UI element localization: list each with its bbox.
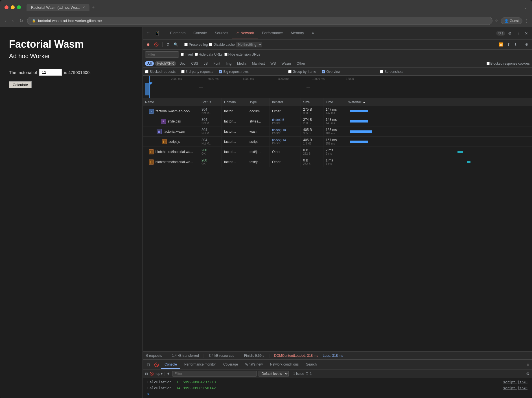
big-rows-checkbox[interactable]: Big request rows — [219, 70, 248, 74]
blocked-cookies-input[interactable] — [487, 62, 490, 65]
blocked-cookies-checkbox[interactable]: Blocked response cookies — [487, 62, 530, 65]
factorial-input[interactable] — [39, 69, 62, 76]
type-css[interactable]: CSS — [189, 61, 200, 66]
console-level-select[interactable]: Default levels — [259, 371, 289, 377]
network-settings-icon[interactable]: ⚙ — [524, 42, 530, 47]
console-tab-network[interactable]: Network conditions — [267, 361, 302, 369]
type-js[interactable]: JS — [202, 61, 210, 66]
invert-checkbox[interactable]: Invert — [181, 53, 193, 56]
big-rows-input[interactable] — [219, 70, 222, 73]
th-type[interactable]: Type — [247, 98, 270, 106]
clear-button[interactable]: 🚫 — [153, 42, 160, 47]
search-icon[interactable]: 🔍 — [172, 42, 179, 47]
console-block-icon[interactable]: 🚫 — [150, 372, 154, 376]
record-button[interactable]: ⏺ — [145, 42, 152, 47]
chevron-down-icon[interactable]: ⌄ — [524, 5, 527, 10]
hide-data-checkbox[interactable]: Hide data URLs — [195, 53, 223, 56]
type-all[interactable]: All — [145, 61, 154, 66]
blocked-requests-checkbox[interactable]: Blocked requests — [145, 70, 176, 74]
third-party-checkbox[interactable]: 3rd-party requests — [181, 70, 213, 74]
console-filter-input[interactable] — [172, 371, 257, 377]
tab-more[interactable]: » — [308, 28, 318, 38]
console-tab-search[interactable]: Search — [303, 361, 320, 369]
filter-icon[interactable]: ⚗ — [165, 42, 171, 47]
console-close-icon[interactable]: ✕ — [526, 362, 530, 367]
table-row[interactable]: ▦ factorial.wasm 304 Not M... factori...… — [143, 126, 532, 137]
screenshots-checkbox[interactable]: Screenshots — [380, 70, 403, 74]
inspect-element-icon[interactable]: ⬚ — [145, 30, 152, 37]
th-initiator[interactable]: Initiator — [270, 98, 301, 106]
calculate-button[interactable]: Calculate — [9, 81, 32, 88]
throttle-select[interactable]: No throttling — [236, 42, 262, 47]
console-sidebar-icon[interactable]: ⊟ — [145, 361, 152, 368]
guest-button[interactable]: 👤 Guest — [501, 18, 522, 24]
back-button[interactable]: ‹ — [3, 17, 8, 25]
tab-network[interactable]: ⚠ Network — [232, 28, 258, 38]
minimize-button[interactable] — [11, 5, 15, 9]
device-toolbar-icon[interactable]: 📱 — [153, 30, 161, 37]
table-row[interactable]: ⧇ style.css 304 Not M... factori... styl… — [143, 116, 532, 126]
console-sidebar-toggle-icon[interactable]: ⊟ — [145, 372, 148, 376]
disable-cache-input[interactable] — [209, 43, 212, 46]
type-img[interactable]: Img — [224, 61, 234, 66]
type-ws[interactable]: WS — [268, 61, 278, 66]
type-doc[interactable]: Doc — [177, 61, 188, 66]
url-bar[interactable]: 🔒 factorial-wasm-ad-hoc-worker.glitch.me — [27, 17, 492, 25]
th-domain[interactable]: Domain — [222, 98, 247, 106]
type-other[interactable]: Other — [294, 61, 307, 66]
console-tab-coverage[interactable]: Coverage — [220, 361, 241, 369]
tab-memory[interactable]: Memory — [287, 28, 308, 38]
invert-input[interactable] — [181, 53, 184, 56]
preserve-log-input[interactable] — [184, 43, 188, 46]
tab-performance[interactable]: Performance — [258, 28, 287, 38]
hide-ext-input[interactable] — [224, 53, 227, 56]
tab-sources[interactable]: Sources — [211, 28, 232, 38]
th-name[interactable]: Name — [143, 98, 199, 106]
console-settings-icon[interactable]: ⚙ — [526, 371, 530, 376]
row3-initiator-link[interactable]: (index):10 — [272, 128, 298, 132]
group-frame-input[interactable] — [288, 70, 292, 73]
hide-data-input[interactable] — [195, 53, 198, 56]
third-party-input[interactable] — [181, 70, 185, 73]
th-size[interactable]: Size — [301, 98, 323, 106]
table-row[interactable]: ≡ factorial-wasm-ad-hoc-... 304 Not M...… — [143, 106, 532, 116]
console-clear-icon[interactable]: 🚫 — [152, 361, 161, 368]
row4-initiator-link[interactable]: (index):14 — [272, 138, 298, 142]
hide-ext-checkbox[interactable]: Hide extension URLs — [224, 53, 260, 56]
network-table[interactable]: Name Status Domain Type Initiator Size T… — [143, 98, 532, 351]
wifi-icon[interactable]: 📶 — [497, 42, 505, 47]
issues-badge[interactable]: 🗨 1 — [496, 31, 505, 36]
browser-tab[interactable]: Factorial Wasm (ad hoc Wor... ✕ — [27, 4, 89, 11]
table-row[interactable]: { } blob:https://factorial-wa... 200 OK … — [143, 147, 532, 157]
tab-close-icon[interactable]: ✕ — [82, 6, 85, 9]
download-icon[interactable]: ⬇ — [513, 42, 519, 47]
preserve-log-checkbox[interactable]: Preserve log — [184, 43, 208, 47]
overview-checkbox[interactable]: Overview — [322, 70, 340, 74]
new-tab-button[interactable]: + — [92, 5, 95, 10]
console-tab-console[interactable]: Console — [161, 361, 180, 369]
overview-input[interactable] — [322, 70, 325, 73]
type-fetch-xhr[interactable]: Fetch/XHR — [155, 61, 176, 66]
console-link2[interactable]: script.js:40 — [503, 386, 527, 390]
row2-initiator-link[interactable]: (index):5 — [272, 118, 298, 121]
table-row[interactable]: { } blob:https://factorial-wa... 200 OK … — [143, 157, 532, 167]
th-waterfall[interactable]: Waterfall ▲ — [346, 98, 532, 106]
blocked-requests-input[interactable] — [145, 70, 148, 73]
console-context[interactable]: top ▾ — [156, 372, 163, 376]
screenshots-input[interactable] — [380, 70, 383, 73]
tab-elements[interactable]: Elements — [166, 28, 189, 38]
console-prompt[interactable]: > — [143, 391, 532, 397]
settings-icon[interactable]: ⚙ — [506, 30, 513, 37]
more-options-icon[interactable]: ⋮ — [525, 19, 529, 23]
tab-console[interactable]: Console — [189, 28, 211, 38]
console-eye-icon[interactable]: 👁 — [167, 372, 170, 376]
console-link1[interactable]: script.js:40 — [503, 380, 527, 384]
disable-cache-checkbox[interactable]: Disable cache — [209, 43, 235, 47]
type-font[interactable]: Font — [211, 61, 222, 66]
type-media[interactable]: Media — [235, 61, 249, 66]
console-tab-performance[interactable]: Performance monitor — [181, 361, 219, 369]
group-frame-checkbox[interactable]: Group by frame — [288, 70, 316, 74]
table-row[interactable]: { } script.js 304 Not M... factori... sc… — [143, 137, 532, 147]
reload-button[interactable]: ↻ — [18, 17, 25, 25]
bookmark-icon[interactable]: ☆ — [495, 19, 498, 23]
